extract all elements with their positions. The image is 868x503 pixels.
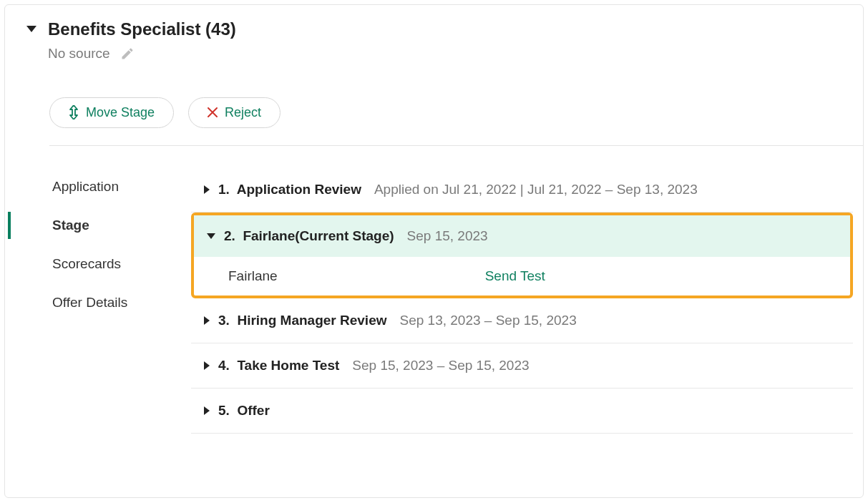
move-icon — [69, 105, 79, 119]
sidebar-item-stage[interactable]: Stage — [39, 206, 191, 245]
stages-list: 1. Application Review Applied on Jul 21,… — [191, 167, 863, 434]
x-icon — [208, 107, 218, 117]
current-stage-highlight: 2. Fairlane(Current Stage) Sep 15, 2023 … — [191, 213, 853, 298]
divider — [49, 145, 863, 146]
stage-label: 2. Fairlane(Current Stage) — [224, 228, 394, 244]
collapse-icon — [207, 233, 215, 239]
stage-row-3[interactable]: 3. Hiring Manager Review Sep 13, 2023 – … — [191, 298, 853, 343]
stage-meta: Sep 15, 2023 — [407, 228, 488, 244]
stage-row-4[interactable]: 4. Take Home Test Sep 15, 2023 – Sep 15,… — [191, 343, 853, 389]
sidebar: Application Stage Scorecards Offer Detai… — [5, 167, 191, 434]
stage-label: 3. Hiring Manager Review — [218, 313, 386, 328]
stage-label: 1. Application Review — [218, 182, 361, 197]
stage-subitem: Fairlane Send Test — [194, 257, 850, 296]
stage-row-1[interactable]: 1. Application Review Applied on Jul 21,… — [191, 167, 853, 213]
stage-label: 4. Take Home Test — [218, 358, 339, 373]
expand-icon — [204, 316, 210, 325]
reject-label: Reject — [225, 105, 261, 120]
source-row: No source — [48, 46, 236, 62]
sidebar-item-application[interactable]: Application — [39, 167, 191, 206]
sidebar-item-offer-details[interactable]: Offer Details — [39, 283, 191, 322]
subitem-name: Fairlane — [228, 268, 278, 284]
action-buttons: Move Stage Reject — [49, 97, 863, 128]
panel-body: Application Stage Scorecards Offer Detai… — [5, 167, 863, 434]
stage-meta: Sep 13, 2023 – Sep 15, 2023 — [399, 313, 576, 328]
stage-row-2[interactable]: 2. Fairlane(Current Stage) Sep 15, 2023 — [194, 215, 850, 257]
stage-row-5[interactable]: 5. Offer — [191, 389, 853, 434]
send-test-link[interactable]: Send Test — [485, 268, 545, 284]
stage-meta: Applied on Jul 21, 2022 | Jul 21, 2022 –… — [374, 182, 698, 197]
header-text: Benefits Specialist (43) No source — [48, 19, 236, 62]
candidate-panel: Benefits Specialist (43) No source Move … — [4, 4, 864, 498]
expand-icon — [204, 361, 210, 370]
expand-icon — [204, 185, 210, 194]
sidebar-item-scorecards[interactable]: Scorecards — [39, 245, 191, 283]
panel-header: Benefits Specialist (43) No source — [5, 5, 863, 62]
edit-icon[interactable] — [120, 47, 135, 61]
expand-icon — [204, 406, 210, 415]
job-title: Benefits Specialist (43) — [48, 19, 236, 40]
stage-label: 5. Offer — [218, 403, 270, 419]
reject-button[interactable]: Reject — [188, 97, 281, 128]
move-stage-button[interactable]: Move Stage — [49, 97, 174, 128]
collapse-icon[interactable] — [26, 26, 36, 32]
stage-meta: Sep 15, 2023 – Sep 15, 2023 — [352, 358, 529, 373]
move-stage-label: Move Stage — [86, 105, 155, 120]
source-label: No source — [48, 46, 110, 62]
